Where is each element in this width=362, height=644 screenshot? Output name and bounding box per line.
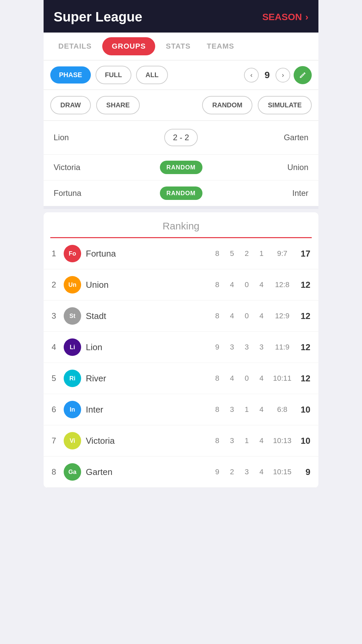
match-row-2: Victoria RANDOM Union — [44, 155, 318, 180]
match-1-away: Garten — [204, 133, 308, 142]
tab-stats[interactable]: STATS — [158, 33, 199, 60]
full-button[interactable]: FULL — [96, 66, 131, 84]
stat-losses: 4 — [254, 374, 269, 383]
stat-points: 12 — [296, 373, 310, 384]
stat-played: 8 — [210, 374, 225, 383]
stat-draws: 0 — [239, 374, 254, 383]
match-3-home: Fortuna — [54, 189, 158, 198]
match-3-random: RANDOM — [160, 186, 202, 200]
ranking-row[interactable]: 5 Ri River 8 4 0 4 10:11 12 — [44, 363, 318, 394]
stat-points: 10 — [296, 436, 310, 446]
round-number: 9 — [262, 70, 272, 80]
prev-round-button[interactable]: ‹ — [244, 68, 259, 83]
stat-points: 9 — [296, 467, 310, 477]
team-name: Inter — [86, 405, 210, 415]
team-badge: In — [64, 401, 81, 418]
match-2-home: Victoria — [54, 163, 158, 172]
rank-position: 3 — [52, 311, 64, 321]
team-badge: St — [64, 307, 81, 325]
simulate-button[interactable]: SIMULATE — [258, 96, 312, 114]
pencil-icon — [299, 71, 306, 79]
draw-button[interactable]: DRAW — [50, 96, 91, 114]
stat-wins: 3 — [225, 436, 239, 445]
stat-points: 17 — [296, 249, 310, 259]
team-badge: Un — [64, 276, 81, 293]
rank-position: 2 — [52, 280, 64, 289]
random-button[interactable]: RANDOM — [202, 96, 252, 114]
match-2-away: Union — [204, 163, 308, 172]
stat-losses: 3 — [254, 343, 269, 352]
stat-wins: 4 — [225, 280, 239, 289]
ranking-row[interactable]: 3 St Stadt 8 4 0 4 12:9 12 — [44, 301, 318, 332]
match-row-1: Lion 2 - 2 Garten — [44, 121, 318, 155]
team-name: Garten — [86, 467, 210, 477]
stat-points: 10 — [296, 405, 310, 415]
team-name: Lion — [86, 342, 210, 353]
stat-played: 9 — [210, 468, 225, 476]
stat-losses: 4 — [254, 405, 269, 414]
stat-draws: 1 — [239, 436, 254, 445]
phase-button[interactable]: PHASE — [50, 66, 91, 84]
rank-position: 7 — [52, 436, 64, 445]
stat-wins: 4 — [225, 374, 239, 383]
team-name: Stadt — [86, 311, 210, 321]
all-button[interactable]: ALL — [136, 66, 168, 84]
stat-losses: 4 — [254, 280, 269, 289]
ranking-row[interactable]: 4 Li Lion 9 3 3 3 11:9 12 — [44, 332, 318, 363]
stat-losses: 4 — [254, 468, 269, 476]
stat-wins: 5 — [225, 249, 239, 258]
stat-wins: 2 — [225, 468, 239, 476]
match-row-3: Fortuna RANDOM Inter — [44, 180, 318, 206]
tab-teams[interactable]: TEAMS — [199, 33, 242, 60]
ranking-row[interactable]: 8 Ga Garten 9 2 3 4 10:15 9 — [44, 457, 318, 488]
team-name: Fortuna — [86, 249, 210, 259]
next-round-button[interactable]: › — [276, 68, 290, 83]
ranking-row[interactable]: 1 Fo Fortuna 8 5 2 1 9:7 17 — [44, 238, 318, 269]
team-name: Union — [86, 280, 210, 290]
team-badge: Vi — [64, 432, 81, 449]
rank-position: 4 — [52, 342, 64, 352]
matches-section: Lion 2 - 2 Garten Victoria RANDOM Union … — [44, 121, 318, 209]
match-2-random: RANDOM — [160, 161, 202, 174]
stat-goals: 10:13 — [269, 436, 296, 445]
ranking-row[interactable]: 7 Vi Victoria 8 3 1 4 10:13 10 — [44, 425, 318, 457]
season-button[interactable]: SEASON › — [262, 12, 308, 22]
match-1-score: 2 - 2 — [164, 129, 198, 146]
tab-groups[interactable]: GROUPS — [102, 37, 155, 55]
stat-points: 12 — [296, 280, 310, 290]
match-1-home: Lion — [54, 133, 158, 142]
tab-details[interactable]: DETAILS — [50, 33, 100, 60]
match-1-score-box: 2 - 2 — [158, 129, 204, 146]
match-3-score-box: RANDOM — [158, 190, 204, 197]
stat-wins: 3 — [225, 405, 239, 414]
stat-draws: 1 — [239, 405, 254, 414]
stat-played: 8 — [210, 436, 225, 445]
edit-button[interactable] — [294, 66, 312, 84]
rank-position: 1 — [52, 249, 64, 258]
stat-wins: 4 — [225, 312, 239, 320]
stat-wins: 3 — [225, 343, 239, 352]
chevron-right-icon: › — [305, 12, 308, 22]
ranking-row[interactable]: 2 Un Union 8 4 0 4 12:8 12 — [44, 269, 318, 301]
app-title: Super League — [54, 9, 142, 24]
stat-goals: 11:9 — [269, 343, 296, 352]
rank-position: 8 — [52, 467, 64, 477]
stat-draws: 3 — [239, 343, 254, 352]
stat-goals: 9:7 — [269, 249, 296, 258]
stat-points: 12 — [296, 311, 310, 321]
stat-draws: 0 — [239, 280, 254, 289]
header: Super League SEASON › — [44, 0, 318, 33]
stat-goals: 12:8 — [269, 280, 296, 289]
ranking-title: Ranking — [44, 212, 318, 237]
team-badge: Li — [64, 338, 81, 356]
rank-position: 6 — [52, 405, 64, 414]
stat-goals: 12:9 — [269, 312, 296, 320]
stat-goals: 10:11 — [269, 374, 296, 383]
stat-draws: 3 — [239, 468, 254, 476]
stat-losses: 4 — [254, 312, 269, 320]
stat-goals: 10:15 — [269, 468, 296, 476]
ranking-row[interactable]: 6 In Inter 8 3 1 4 6:8 10 — [44, 394, 318, 425]
share-button[interactable]: SHARE — [96, 96, 140, 114]
stat-played: 8 — [210, 405, 225, 414]
stat-points: 12 — [296, 342, 310, 353]
